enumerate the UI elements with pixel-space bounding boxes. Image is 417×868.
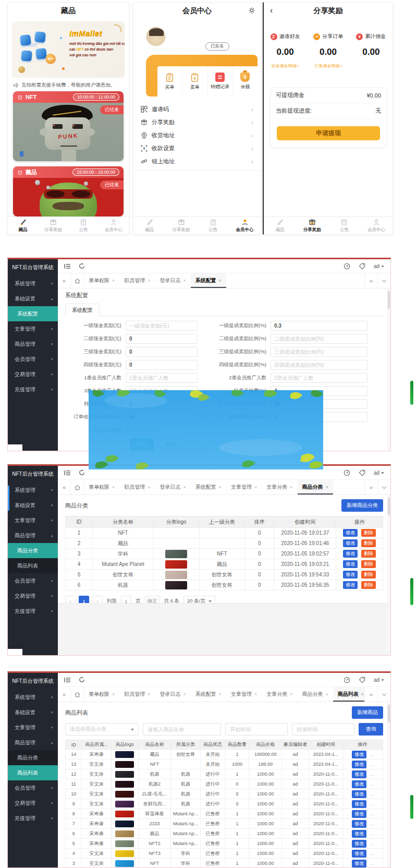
- auction-image-punk[interactable]: 已结束 PUNK: [13, 103, 124, 161]
- home-icon[interactable]: [71, 480, 84, 495]
- modify-button[interactable]: 修改: [352, 810, 366, 818]
- tab-system-config[interactable]: 系统配置: [65, 304, 100, 316]
- avatar[interactable]: [146, 27, 166, 46]
- menu-item-payment-settings[interactable]: ¥ 收款设置 ›: [133, 142, 261, 155]
- refresh-icon[interactable]: [79, 469, 85, 476]
- tab-member-center[interactable]: 会员中心: [99, 217, 129, 234]
- more-actions[interactable]: ...: [370, 831, 374, 836]
- sidebar-item[interactable]: 系统配置: [8, 306, 58, 321]
- tabs-menu-icon[interactable]: [377, 480, 390, 495]
- close-icon[interactable]: ×: [148, 485, 150, 490]
- modify-button[interactable]: 修改: [343, 581, 358, 589]
- back-icon[interactable]: ‹: [270, 6, 273, 15]
- workspace-tab[interactable]: 商品分类 ×: [298, 687, 333, 702]
- close-icon[interactable]: ×: [326, 485, 328, 490]
- sidebar-item[interactable]: 会员管理 ▼: [8, 573, 58, 588]
- sidebar-item[interactable]: 充值管理 ▼: [8, 604, 58, 619]
- workspace-tab[interactable]: 文章管理 ×: [226, 480, 262, 495]
- sidebar-item[interactable]: 系统管理 ▼: [8, 483, 58, 498]
- tab-announcements[interactable]: 公告: [68, 217, 99, 234]
- tabs-menu-icon[interactable]: [377, 273, 390, 288]
- more-actions[interactable]: ...: [370, 821, 374, 826]
- tab-announcements[interactable]: 公告: [328, 217, 361, 234]
- gauge-icon[interactable]: [344, 469, 350, 476]
- sidebar-item[interactable]: 交易管理 ▼: [8, 367, 58, 382]
- close-icon[interactable]: ×: [112, 692, 115, 697]
- field-input[interactable]: [271, 373, 367, 383]
- hamburger-icon[interactable]: [64, 677, 71, 683]
- hamburger-icon[interactable]: [64, 470, 71, 476]
- content-scrollbar[interactable]: [387, 703, 390, 867]
- workspace-tab[interactable]: 菜单权限 ×: [84, 687, 119, 702]
- gauge-icon[interactable]: [344, 263, 350, 270]
- tab-share-rewards[interactable]: 分享奖励: [38, 217, 68, 234]
- page-scrollbar-thumb[interactable]: [410, 795, 413, 819]
- menu-item-invite-code[interactable]: 邀请码 ›: [133, 103, 261, 116]
- tab-collections[interactable]: 藏品: [264, 217, 296, 234]
- stat-detail-link[interactable]: 订单佣金明细>: [314, 63, 342, 69]
- promo-banner[interactable]: NFT NFT ImMallet một thị trường đấu giá …: [12, 21, 125, 78]
- close-icon[interactable]: ×: [254, 692, 257, 697]
- refresh-icon[interactable]: [79, 677, 85, 683]
- gear-icon[interactable]: [248, 7, 255, 14]
- tab-announcements[interactable]: 公告: [197, 217, 229, 234]
- menu-item-shipping-address[interactable]: 收货地址 ›: [133, 129, 261, 142]
- refresh-icon[interactable]: [79, 263, 85, 269]
- more-actions[interactable]: ...: [370, 781, 374, 787]
- close-icon[interactable]: ×: [183, 692, 186, 697]
- field-input[interactable]: [126, 334, 198, 344]
- modify-button[interactable]: 修改: [343, 560, 358, 568]
- modify-button[interactable]: 修改: [352, 800, 366, 808]
- delete-button[interactable]: 删除: [361, 571, 376, 578]
- close-icon[interactable]: ×: [183, 278, 186, 283]
- content-scrollbar[interactable]: [387, 496, 390, 655]
- category-select[interactable]: 请选择商品分类: [65, 723, 139, 736]
- delete-button[interactable]: 删除: [361, 550, 376, 558]
- modify-button[interactable]: 修改: [352, 840, 366, 848]
- modify-button[interactable]: 修改: [352, 820, 366, 828]
- hamburger-icon[interactable]: [64, 263, 71, 269]
- user-menu[interactable]: ad: [374, 470, 384, 476]
- workspace-tab[interactable]: 登录日志 ×: [155, 687, 191, 702]
- modify-button[interactable]: 修改: [343, 550, 358, 558]
- field-input[interactable]: [271, 334, 367, 344]
- sidebar-item[interactable]: 文章管理 ▼: [8, 321, 58, 336]
- tab-share-rewards[interactable]: 分享奖励: [165, 217, 197, 234]
- more-actions[interactable]: ...: [370, 801, 374, 806]
- collapse-tabs-icon[interactable]: «: [58, 480, 71, 495]
- close-icon[interactable]: ×: [326, 692, 328, 697]
- modify-button[interactable]: 修改: [343, 539, 358, 547]
- more-actions[interactable]: ...: [370, 771, 374, 777]
- sidebar-item[interactable]: 交易管理 ▼: [8, 795, 58, 811]
- sidebar-item[interactable]: 基础设置 ▼: [8, 498, 58, 513]
- sidebar-item[interactable]: 充值管理 ▼: [8, 811, 58, 826]
- tag-icon[interactable]: [359, 469, 365, 476]
- more-actions[interactable]: ...: [370, 861, 374, 866]
- collapse-tabs-icon[interactable]: «: [58, 687, 71, 702]
- workspace-tab[interactable]: 登录日志 ×: [155, 480, 191, 495]
- workspace-tab[interactable]: 文章分类 ×: [262, 480, 297, 495]
- more-actions[interactable]: ...: [370, 791, 374, 797]
- more-actions[interactable]: ...: [370, 841, 374, 846]
- close-icon[interactable]: ×: [148, 278, 150, 283]
- sidebar-item[interactable]: 系统管理 ▼: [8, 690, 58, 705]
- quick-action-buy-orders[interactable]: 买单: [157, 66, 182, 97]
- workspace-tab[interactable]: 商品列表 ×: [333, 687, 364, 702]
- sidebar-item[interactable]: 交易管理 ▼: [8, 588, 58, 604]
- workspace-tab[interactable]: 菜单权限 ×: [84, 480, 119, 495]
- modify-button[interactable]: 修改: [343, 529, 358, 537]
- tag-icon[interactable]: [359, 677, 365, 683]
- sidebar-item[interactable]: 商品管理 ▲: [8, 528, 58, 543]
- gauge-icon[interactable]: [344, 677, 350, 683]
- tab-share-rewards[interactable]: 分享奖励: [296, 217, 328, 234]
- sidebar-item[interactable]: 会员管理 ▼: [8, 352, 58, 367]
- page-scrollbar-thumb[interactable]: [410, 381, 413, 405]
- apply-withdraw-button[interactable]: 申请提现: [277, 126, 380, 140]
- auction-card-nft[interactable]: NFT 10:00:00 - 11:00:00 已结束 PUNK: [13, 91, 124, 161]
- sidebar-item[interactable]: 商品列表: [8, 765, 58, 780]
- tab-collections[interactable]: 藏品: [8, 217, 38, 234]
- workspace-tab[interactable]: 职员管理 ×: [119, 480, 155, 495]
- modify-button[interactable]: 修改: [343, 571, 358, 578]
- close-icon[interactable]: ×: [219, 692, 222, 697]
- close-icon[interactable]: ×: [361, 692, 364, 697]
